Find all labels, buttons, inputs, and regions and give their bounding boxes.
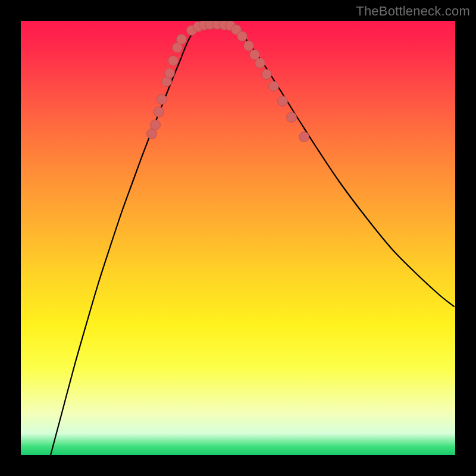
data-point — [299, 132, 309, 142]
data-point — [168, 56, 178, 66]
data-point — [244, 41, 254, 51]
data-point — [269, 82, 279, 92]
curve-layer — [21, 21, 455, 455]
chart-frame: TheBottleneck.com — [0, 0, 476, 476]
points-group — [147, 21, 309, 142]
data-point — [262, 70, 272, 80]
data-point — [287, 112, 297, 123]
data-point — [255, 58, 265, 68]
data-point — [147, 129, 157, 139]
data-point — [151, 120, 161, 130]
plot-area — [21, 21, 455, 455]
bottleneck-curve — [51, 24, 454, 455]
data-point — [154, 107, 164, 117]
data-point — [177, 35, 187, 45]
data-point — [237, 32, 248, 42]
watermark-text: TheBottleneck.com — [356, 4, 470, 19]
series-group — [51, 24, 454, 455]
data-point — [165, 68, 175, 79]
data-point — [278, 96, 288, 107]
data-point — [157, 95, 167, 105]
